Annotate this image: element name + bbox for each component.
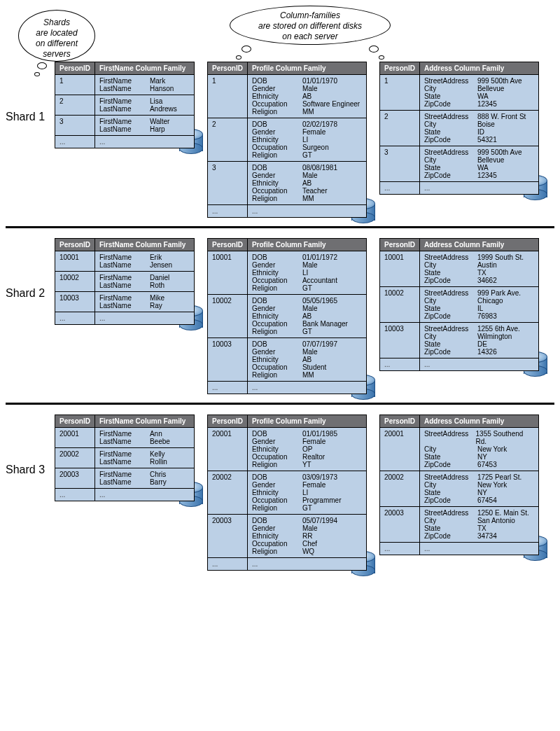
header-personid: PersonID: [55, 239, 95, 251]
kv-key: State: [424, 92, 477, 100]
key-value-row: GenderMale: [252, 85, 362, 92]
ellipsis-row: ......: [55, 136, 195, 148]
kv-value: LI: [302, 269, 308, 277]
cell-cf-body: StreetAddress1250 E. Main St.CitySan Ant…: [419, 507, 538, 543]
kv-key: DOB: [252, 297, 302, 305]
key-value-row: CityWilmington: [424, 333, 534, 340]
key-value-row: OccupationRealtor: [252, 453, 362, 461]
kv-key: FirstName: [99, 118, 150, 125]
cell-personid: 10002: [380, 287, 420, 323]
header-personid: PersonID: [380, 239, 420, 251]
kv-key: Ethnicity: [252, 445, 302, 453]
kv-value: Ann: [150, 430, 162, 438]
kv-key: FirstName: [99, 274, 150, 281]
ellipsis-cell: ...: [208, 382, 248, 394]
header-cf: FirstName Column Family: [94, 62, 194, 75]
key-value-row: DOB05/05/1965: [252, 297, 362, 305]
kv-key: StreetAddress: [424, 148, 477, 156]
kv-value: Programmer: [302, 496, 342, 504]
kv-value: Bellevue: [477, 85, 504, 92]
cell-cf-body: DOB07/07/1997GenderMaleEthnicityABOccupa…: [247, 338, 366, 382]
kv-key: Ethnicity: [252, 269, 302, 277]
table-row: 3StreetAddress999 500th AveCityBellevueS…: [380, 146, 539, 182]
cell-cf-body: FirstNameKellyLastNameRollin: [94, 448, 194, 468]
kv-key: StreetAddress: [424, 430, 476, 445]
cell-personid: 10002: [55, 272, 95, 292]
cell-personid: 10003: [55, 292, 95, 312]
cell-cf-body: StreetAddress1355 Southend Rd.CityNew Yo…: [419, 428, 538, 471]
key-value-row: StateWA: [424, 92, 534, 100]
ellipsis-cell: ...: [94, 312, 194, 325]
kv-key: City: [424, 120, 477, 128]
kv-value: Walter: [150, 118, 170, 125]
kv-key: LastName: [99, 281, 150, 289]
kv-key: DOB: [252, 77, 302, 85]
kv-key: StreetAddress: [424, 509, 477, 517]
key-value-row: ReligionGT: [252, 504, 362, 512]
kv-value: Chris: [150, 471, 166, 478]
kv-key: FirstName: [99, 430, 150, 438]
cell-cf-body: FirstNameDanielLastNameRoth: [94, 272, 194, 292]
kv-key: Religion: [252, 108, 302, 116]
ellipsis-row: ......: [55, 312, 195, 325]
ellipsis-cell: ...: [94, 136, 194, 148]
key-value-row: FirstNameLisa: [99, 97, 190, 105]
key-value-row: ReligionGT: [252, 328, 362, 335]
kv-value: AB: [302, 179, 312, 187]
kv-value: Austin: [477, 261, 497, 269]
kv-value: Male: [302, 85, 318, 92]
key-value-row: FirstNameErik: [99, 253, 190, 261]
kv-key: Religion: [252, 371, 302, 379]
kv-value: AB: [302, 356, 312, 363]
key-value-row: GenderMale: [252, 172, 362, 179]
key-value-row: CityBoise: [424, 120, 534, 128]
kv-value: 888 W. Front St: [477, 113, 526, 120]
key-value-row: StateTX: [424, 269, 534, 277]
table-row: 10002StreetAddress999 Park Ave.CityChica…: [380, 287, 539, 323]
kv-key: DOB: [252, 253, 302, 261]
key-value-row: LastNameRollin: [99, 458, 190, 466]
ellipsis-row: ......: [208, 382, 367, 394]
kv-key: LastName: [99, 85, 150, 92]
cell-personid: 10003: [380, 323, 420, 358]
kv-key: ZipCode: [424, 136, 477, 144]
kv-key: Religion: [252, 284, 302, 292]
table-row: 1DOB01/01/1970GenderMaleEthnicityABOccup…: [208, 75, 367, 118]
cell-cf-body: FirstNameErikLastNameJensen: [94, 251, 194, 272]
key-value-row: LastNameBeebe: [99, 438, 190, 445]
kv-value: Roth: [150, 281, 164, 289]
kv-value: New York: [477, 445, 507, 453]
cell-cf-body: StreetAddress888 W. Front StCityBoiseSta…: [419, 111, 538, 146]
key-value-row: FirstNameKelly: [99, 450, 190, 458]
kv-value: 999 Park Ave.: [477, 289, 521, 297]
header-personid: PersonID: [208, 239, 248, 251]
kv-key: City: [424, 297, 477, 305]
kv-key: Gender: [252, 305, 302, 312]
kv-value: New York: [477, 481, 507, 489]
key-value-row: FirstNameMike: [99, 294, 190, 302]
key-value-row: DOB03/09/1973: [252, 473, 362, 481]
kv-value: NY: [477, 453, 487, 461]
kv-key: Occupation: [252, 363, 302, 371]
bubble-cf-text: Column-familiesare stored on different d…: [258, 11, 362, 41]
kv-value: ID: [477, 128, 484, 136]
cell-personid: 20002: [208, 471, 248, 515]
cell-cf-body: StreetAddress999 500th AveCityBellevueSt…: [419, 146, 538, 182]
cell-personid: 1: [55, 75, 95, 95]
table-row: 1StreetAddress999 500th AveCityBellevueS…: [380, 75, 539, 111]
kv-key: State: [424, 128, 477, 136]
table-row: 10003DOB07/07/1997GenderMaleEthnicityABO…: [208, 338, 367, 382]
header-cf: Profile Column Family: [247, 415, 366, 428]
kv-value: AB: [302, 92, 312, 100]
table-row: 3FirstNameWalterLastNameHarp: [55, 116, 195, 136]
kv-value: GT: [302, 504, 312, 512]
ellipsis-row: ......: [208, 558, 367, 571]
key-value-row: StreetAddress1999 South St.: [424, 253, 534, 261]
header-personid: PersonID: [380, 415, 420, 428]
kv-key: Ethnicity: [252, 312, 302, 320]
kv-value: Beebe: [150, 438, 170, 445]
cell-cf-body: StreetAddress1725 Pearl St.CityNew YorkS…: [419, 471, 538, 507]
kv-value: Barry: [150, 478, 167, 486]
kv-key: StreetAddress: [424, 113, 477, 120]
key-value-row: StateWA: [424, 164, 534, 172]
